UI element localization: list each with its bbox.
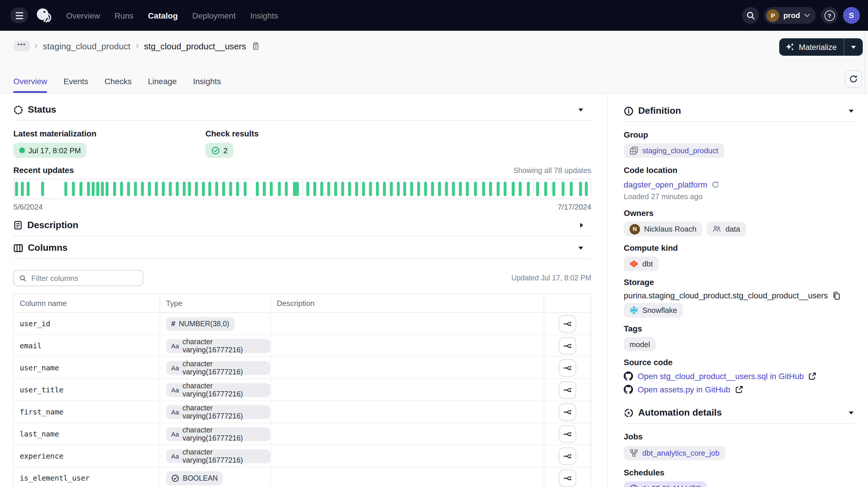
nav-item-catalog[interactable]: Catalog: [148, 11, 178, 20]
materialization-tick[interactable]: [569, 182, 572, 196]
columns-section-header[interactable]: Columns: [13, 240, 591, 256]
column-lineage-button[interactable]: [559, 425, 576, 443]
code-location-name[interactable]: dagster_open_platform: [624, 180, 707, 189]
materialization-tick[interactable]: [369, 182, 372, 196]
materialize-button[interactable]: Materialize: [779, 42, 844, 52]
materialization-tick[interactable]: [209, 182, 212, 196]
materialization-tick[interactable]: [489, 182, 492, 196]
nav-item-runs[interactable]: Runs: [115, 11, 133, 20]
dagster-logo-icon[interactable]: [35, 7, 52, 24]
materialization-tick[interactable]: [80, 182, 83, 196]
tab-events[interactable]: Events: [64, 77, 89, 93]
materialization-tick[interactable]: [376, 182, 379, 196]
materialization-tick[interactable]: [270, 182, 273, 196]
column-lineage-button[interactable]: [559, 315, 576, 332]
materialization-tick[interactable]: [105, 182, 108, 196]
materialization-tick[interactable]: [474, 182, 477, 196]
schedule-value[interactable]: At 03:00 AM UTC: [642, 484, 701, 487]
materialization-tick[interactable]: [263, 182, 266, 196]
materialization-tick[interactable]: [202, 182, 205, 196]
materialization-tick[interactable]: [585, 182, 587, 196]
job-link[interactable]: dbt_analytics_core_job: [642, 449, 719, 457]
materialization-tick[interactable]: [91, 182, 94, 196]
group-pill[interactable]: staging_cloud_product: [624, 143, 724, 158]
source-code-link-label[interactable]: Open stg_cloud_product__users.sql in Git…: [638, 371, 804, 381]
column-lineage-button[interactable]: [559, 447, 576, 465]
materialization-tick[interactable]: [162, 182, 165, 196]
help-button[interactable]: ?: [821, 7, 838, 24]
materialization-tick[interactable]: [127, 182, 130, 196]
materialization-tick[interactable]: [417, 182, 421, 196]
tab-checks[interactable]: Checks: [104, 77, 131, 93]
automation-section-header[interactable]: Automation details: [624, 404, 855, 421]
materialization-tick[interactable]: [404, 182, 406, 196]
check-results-pill[interactable]: 2: [206, 143, 233, 158]
materialization-tick[interactable]: [362, 182, 365, 196]
refresh-button[interactable]: [845, 70, 862, 88]
materialization-tick[interactable]: [390, 182, 393, 196]
materialization-tick[interactable]: [452, 182, 455, 196]
materialization-tick[interactable]: [544, 182, 547, 196]
materialization-tick[interactable]: [552, 182, 555, 196]
materialization-tick[interactable]: [155, 182, 158, 196]
materialization-tick[interactable]: [169, 182, 172, 196]
materialization-tick[interactable]: [256, 182, 259, 196]
collapse-chevron-icon[interactable]: [849, 110, 854, 112]
materialization-tick[interactable]: [16, 182, 18, 196]
column-lineage-button[interactable]: [559, 403, 576, 421]
tag-pill[interactable]: model: [624, 337, 656, 351]
column-lineage-button[interactable]: [559, 469, 576, 487]
latest-materialization-pill[interactable]: Jul 17, 8:02 PM: [13, 143, 87, 158]
materialization-tick[interactable]: [519, 182, 522, 196]
materialization-tick[interactable]: [244, 182, 247, 196]
job-pill[interactable]: dbt_analytics_core_job: [624, 446, 725, 460]
tab-overview[interactable]: Overview: [13, 77, 47, 93]
materialization-tick[interactable]: [141, 182, 144, 196]
materialization-tick[interactable]: [438, 182, 441, 196]
nav-item-overview[interactable]: Overview: [66, 11, 100, 20]
copy-icon[interactable]: [832, 291, 841, 300]
materialization-tick[interactable]: [327, 182, 330, 196]
materialization-tick[interactable]: [134, 182, 137, 196]
code-location-link[interactable]: dagster_open_platform: [624, 180, 719, 189]
materialization-tick[interactable]: [114, 182, 116, 196]
materialization-tick[interactable]: [72, 182, 75, 196]
materialization-tick[interactable]: [296, 182, 299, 196]
materialization-tick[interactable]: [334, 182, 337, 196]
column-lineage-button[interactable]: [559, 359, 576, 376]
materialization-tick[interactable]: [229, 182, 232, 196]
materialization-tick[interactable]: [183, 182, 185, 196]
materialization-tick[interactable]: [64, 182, 67, 196]
materialization-tick[interactable]: [512, 182, 515, 196]
materialization-tick[interactable]: [482, 182, 485, 196]
compute-kind-pill[interactable]: dbt: [624, 256, 658, 271]
materialization-tick[interactable]: [397, 182, 400, 196]
materialization-tick[interactable]: [348, 182, 351, 196]
search-button[interactable]: [742, 7, 759, 24]
collapse-chevron-icon[interactable]: [849, 411, 854, 414]
materialization-tick[interactable]: [307, 182, 310, 196]
menu-icon[interactable]: [10, 7, 28, 23]
filter-columns-input[interactable]: [30, 273, 137, 283]
owner-pill[interactable]: N Nicklaus Roach: [624, 222, 702, 236]
materialization-tick[interactable]: [424, 182, 427, 196]
status-section-header[interactable]: Status: [13, 101, 591, 118]
breadcrumb-more-button[interactable]: •••: [14, 41, 29, 51]
materialization-tick[interactable]: [383, 182, 385, 196]
deployment-switcher[interactable]: P prod: [764, 7, 816, 24]
materialization-tick[interactable]: [562, 182, 564, 196]
nav-item-deployment[interactable]: Deployment: [192, 11, 236, 20]
materialization-tick[interactable]: [445, 182, 448, 196]
reload-icon[interactable]: [711, 181, 719, 189]
materialization-tick[interactable]: [236, 182, 239, 196]
user-avatar[interactable]: S: [843, 7, 860, 24]
materialization-tick[interactable]: [466, 182, 469, 196]
materialization-tick[interactable]: [176, 182, 179, 196]
materialization-tick[interactable]: [497, 182, 500, 196]
materialization-tick[interactable]: [278, 182, 281, 196]
nav-item-insights[interactable]: Insights: [250, 11, 278, 20]
tab-insights[interactable]: Insights: [193, 77, 221, 93]
materialization-tick[interactable]: [341, 182, 344, 196]
materialization-tick[interactable]: [504, 182, 507, 196]
materialization-tick[interactable]: [188, 182, 191, 196]
